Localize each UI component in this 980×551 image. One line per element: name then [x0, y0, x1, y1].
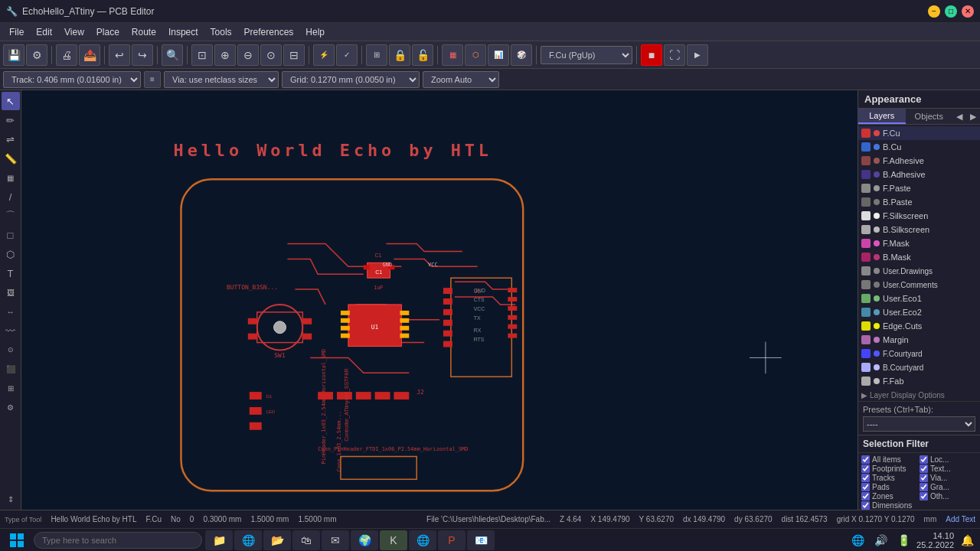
sel-check-loc[interactable]	[920, 455, 928, 464]
select-tool[interactable]: ↖	[2, 92, 20, 110]
find-button[interactable]: 🔍	[162, 44, 183, 66]
task-chrome-button[interactable]: 🌍	[351, 530, 378, 550]
sel-check-other[interactable]	[920, 492, 928, 500]
track-width-dropdown[interactable]: Track: 0.406 mm (0.01600 in)	[3, 71, 141, 88]
layer-bpaste[interactable]: B.Paste	[858, 195, 980, 209]
route-track-tool[interactable]: ✏	[2, 111, 20, 129]
add-polygon-tool[interactable]: ⬡	[2, 245, 20, 263]
layer-bsilk[interactable]: B.Silkscreen	[858, 223, 980, 236]
task-outlook-button[interactable]: 📧	[467, 530, 495, 550]
layer-display-options[interactable]: ▶ Layer Display Options	[858, 390, 980, 401]
layer-fsilk[interactable]: F.Silkscreen	[858, 209, 980, 223]
grid-dropdown[interactable]: Grid: 0.1270 mm (0.0050 in)	[282, 71, 420, 88]
layer-fpaste[interactable]: F.Paste	[858, 181, 980, 195]
highlight-net-button[interactable]: ⛶	[664, 44, 685, 66]
pcb-canvas-area[interactable]: Hello World Echo by HTL	[21, 90, 858, 510]
ratsnest-button[interactable]: ⚡	[313, 44, 335, 66]
zoom-out-button[interactable]: ⊖	[237, 44, 259, 66]
layer-fadhesive[interactable]: F.Adhesive	[858, 154, 980, 168]
clearance-button[interactable]: ⬡	[465, 44, 486, 66]
layer-fcu[interactable]: F.Cu	[858, 126, 980, 140]
sel-check-tracks[interactable]	[861, 474, 870, 482]
task-browser-edge[interactable]: 🌐	[234, 530, 262, 550]
lock-button[interactable]: 🔒	[389, 44, 410, 66]
tray-volume[interactable]: 🔊	[871, 530, 890, 550]
task-clock[interactable]: 14.10 25.2.2022	[916, 531, 954, 549]
pcb-setup-button[interactable]: ⚙	[26, 44, 47, 66]
tab-arrow-left[interactable]: ◀	[952, 109, 966, 124]
unlock-button[interactable]: 🔓	[412, 44, 433, 66]
board-stat-button[interactable]: 📊	[488, 44, 509, 66]
layer-bmask[interactable]: B.Mask	[858, 250, 980, 264]
add-arc-tool[interactable]: ⌒	[2, 207, 20, 225]
scripting-console-button[interactable]: ▶	[687, 44, 708, 66]
maximize-button[interactable]: □	[945, 5, 957, 18]
sel-check-zones[interactable]	[861, 492, 870, 500]
route-diff-pair-tool[interactable]: ⇌	[2, 130, 20, 148]
minimize-button[interactable]: −	[928, 5, 940, 18]
menu-inspect[interactable]: Inspect	[162, 25, 204, 39]
export-button[interactable]: 📤	[79, 44, 100, 66]
layer-eco1[interactable]: User.Eco1	[858, 292, 980, 305]
add-footprint-tool[interactable]: ▦	[2, 168, 20, 187]
sel-check-pads[interactable]	[861, 483, 870, 491]
task-browser2-button[interactable]: 🌐	[409, 530, 436, 550]
tray-notification[interactable]: 🔔	[957, 530, 977, 550]
menu-file[interactable]: File	[3, 25, 30, 39]
3d-viewer-button[interactable]: 🎲	[511, 44, 532, 66]
task-powerpoint-button[interactable]: P	[438, 530, 466, 550]
task-mail-button[interactable]: ✉	[322, 530, 349, 550]
zoom-dropdown[interactable]: Zoom Auto	[423, 71, 499, 88]
add-ruler-tool[interactable]: 📏	[2, 149, 20, 168]
tray-battery[interactable]: 🔋	[893, 530, 913, 550]
menu-place[interactable]: Place	[90, 25, 126, 39]
layer-margin[interactable]: Margin	[858, 333, 980, 347]
menu-edit[interactable]: Edit	[30, 25, 58, 39]
task-kicad-button[interactable]: K	[380, 530, 407, 550]
add-rectangle-tool[interactable]: □	[2, 226, 20, 244]
menu-preferences[interactable]: Preferences	[238, 25, 300, 39]
layer-fcourt[interactable]: F.Courtyard	[858, 347, 980, 360]
menu-view[interactable]: View	[58, 25, 90, 39]
add-zone-tool[interactable]: ⊞	[2, 379, 20, 397]
snap-toggle[interactable]: ⇕	[2, 490, 20, 508]
netlist-button[interactable]: ▦	[442, 44, 463, 66]
layer-bcourt[interactable]: B.Courtyard	[858, 360, 980, 374]
tab-objects[interactable]: Objects	[906, 109, 953, 124]
tab-arrow-right[interactable]: ▶	[966, 109, 980, 124]
task-files-button[interactable]: 📁	[205, 530, 233, 550]
task-store-button[interactable]: 🛍	[292, 530, 320, 550]
add-line-tool[interactable]: /	[2, 187, 20, 206]
layer-fmask[interactable]: F.Mask	[858, 236, 980, 250]
sel-check-all[interactable]	[861, 455, 870, 464]
tune-track-tool[interactable]: 〰	[2, 321, 20, 340]
sel-check-graphics[interactable]	[920, 483, 928, 491]
drc-button[interactable]: ✓	[336, 44, 358, 66]
scripting-tool[interactable]: ⚙	[2, 398, 20, 416]
start-button[interactable]	[3, 530, 31, 550]
sel-check-footprints[interactable]	[861, 465, 870, 473]
zoom-center-button[interactable]: ⊙	[260, 44, 282, 66]
sel-check-text[interactable]	[920, 465, 928, 473]
print-button[interactable]: 🖨	[56, 44, 77, 66]
layer-color-button[interactable]: ■	[641, 44, 662, 66]
layer-badhesive[interactable]: B.Adhesive	[858, 168, 980, 181]
sel-check-vias[interactable]	[920, 474, 928, 482]
zoom-fit-button[interactable]: ⊡	[191, 44, 213, 66]
menu-help[interactable]: Help	[299, 25, 331, 39]
close-button[interactable]: ✕	[962, 5, 974, 18]
grid-origin-button[interactable]: ⊞	[366, 44, 387, 66]
zoom-auto-button[interactable]: ⊟	[283, 44, 305, 66]
zoom-in-button[interactable]: ⊕	[214, 44, 236, 66]
sel-check-dimensions[interactable]	[861, 501, 870, 510]
layer-ffab[interactable]: F.Fab	[858, 374, 980, 388]
layer-edgecuts[interactable]: Edge.Cuts	[858, 319, 980, 333]
redo-button[interactable]: ↪	[132, 44, 153, 66]
menu-route[interactable]: Route	[126, 25, 162, 39]
menu-tools[interactable]: Tools	[204, 25, 238, 39]
save-button[interactable]: 💾	[3, 44, 24, 66]
layer-eco2[interactable]: User.Eco2	[858, 305, 980, 319]
task-explorer-button[interactable]: 📂	[263, 530, 291, 550]
add-image-tool[interactable]: 🖼	[2, 283, 20, 302]
active-layer-dropdown[interactable]: F.Cu (PgUp)	[541, 46, 632, 64]
